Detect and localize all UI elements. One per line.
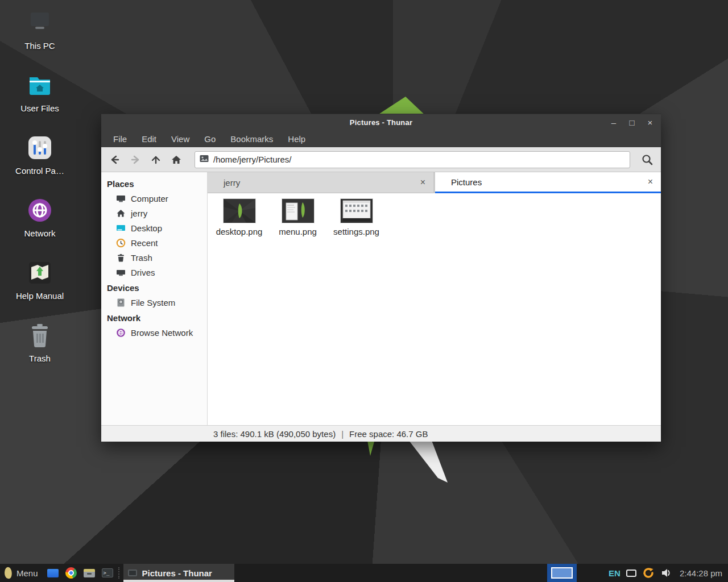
- mint-logo-icon: [4, 567, 13, 579]
- desktop-icon-this-pc[interactable]: This PC: [6, 9, 74, 72]
- sidebar-item-drives[interactable]: Drives: [101, 265, 207, 280]
- window-titlebar[interactable]: Pictures - Thunar – □ ×: [101, 114, 661, 131]
- image-thumbnail: [282, 199, 314, 223]
- chrome-icon: [65, 567, 77, 579]
- desktop-display-icon: [116, 223, 126, 233]
- file-menu-png[interactable]: menu.png: [268, 199, 327, 236]
- tab-label: jerry: [224, 178, 240, 188]
- desktop-icon-help-manual[interactable]: Help Manual: [6, 259, 74, 322]
- desktop-icon-user-files[interactable]: User Files: [6, 72, 74, 134]
- desktop-icon-label: User Files: [20, 103, 59, 113]
- search-icon[interactable]: [638, 151, 656, 169]
- terminal-launcher[interactable]: >_: [98, 564, 117, 582]
- menu-file[interactable]: File: [107, 132, 133, 146]
- sidebar-item-trash[interactable]: Trash: [101, 250, 207, 265]
- maximize-button[interactable]: □: [627, 114, 637, 131]
- sidebar-header-places: Places: [101, 176, 207, 191]
- close-button[interactable]: ×: [645, 114, 655, 131]
- tab-pictures[interactable]: Pictures ×: [435, 172, 661, 193]
- file-grid[interactable]: desktop.png menu.p: [208, 193, 661, 425]
- home-icon: [116, 209, 126, 218]
- thunar-window-icon: [128, 569, 137, 576]
- sidebar-item-home-jerry[interactable]: jerry: [101, 206, 207, 221]
- menu-help[interactable]: Help: [282, 132, 312, 146]
- desktop-icon-network[interactable]: Network: [6, 197, 74, 259]
- desktop-icon-control-panel[interactable]: Control Pa…: [6, 134, 74, 197]
- update-manager-icon[interactable]: [642, 567, 655, 579]
- sidebar-item-file-system[interactable]: File System: [101, 295, 207, 310]
- file-settings-png[interactable]: settings.png: [327, 199, 386, 236]
- menu-view[interactable]: View: [165, 132, 196, 146]
- window-main: Places Computer jerry Desktop: [101, 172, 661, 425]
- globe-icon: [116, 328, 126, 338]
- archive-launcher[interactable]: [80, 564, 98, 582]
- keyboard-layout-indicator[interactable]: EN: [609, 568, 621, 578]
- desktop-icon-label: Network: [24, 228, 55, 238]
- path-bar[interactable]: /home/jerry/Pictures/: [195, 151, 630, 168]
- menu-bookmarks[interactable]: Bookmarks: [224, 132, 279, 146]
- sidebar-item-label: Drives: [131, 268, 155, 277]
- status-free-space: Free space: 46.7 GB: [349, 429, 428, 439]
- forward-button[interactable]: [126, 151, 144, 169]
- sidebar-header-devices: Devices: [101, 280, 207, 295]
- sidebar-item-browse-network[interactable]: Browse Network: [101, 325, 207, 340]
- files-icon: [47, 569, 59, 577]
- clock-icon: [116, 238, 126, 248]
- desktop-icon-label: This PC: [24, 41, 55, 51]
- sidebar: Places Computer jerry Desktop: [101, 172, 208, 425]
- desktop-icon-label: Control Pa…: [15, 166, 64, 176]
- folder-home-icon: [26, 72, 53, 99]
- workspace-switcher[interactable]: [547, 564, 577, 582]
- harddisk-icon: [116, 298, 126, 307]
- taskbar-window-button[interactable]: Pictures - Thunar: [123, 564, 234, 582]
- file-desktop-png[interactable]: desktop.png: [210, 199, 268, 236]
- file-pane: jerry × Pictures ×: [208, 172, 661, 425]
- window-title: Pictures - Thunar: [101, 118, 661, 127]
- workspace-thumbnail: [551, 567, 573, 579]
- start-menu-button[interactable]: Menu: [0, 564, 44, 582]
- taskbar-clock[interactable]: 2:44:28 pm: [677, 568, 725, 578]
- volume-icon[interactable]: [660, 567, 672, 579]
- home-button[interactable]: [167, 151, 185, 169]
- tab-close-icon[interactable]: ×: [420, 177, 425, 188]
- menu-bar: File Edit View Go Bookmarks Help: [101, 131, 661, 147]
- file-name: menu.png: [279, 227, 317, 236]
- menu-edit[interactable]: Edit: [135, 132, 163, 146]
- drive-icon: [116, 268, 126, 277]
- taskbar-separator: [118, 567, 122, 579]
- window-controls: – □ ×: [609, 114, 655, 131]
- image-icon: [200, 155, 209, 165]
- computer-icon: [116, 194, 126, 203]
- path-input[interactable]: /home/jerry/Pictures/: [213, 155, 292, 164]
- sidebar-item-label: jerry: [131, 209, 147, 218]
- file-name: desktop.png: [216, 227, 263, 236]
- back-button[interactable]: [106, 151, 124, 169]
- image-thumbnail: [341, 199, 373, 223]
- taskbar: Menu >_ Pictures - Thunar EN: [0, 564, 728, 582]
- menu-label: Menu: [16, 568, 38, 578]
- terminal-icon: >_: [102, 568, 113, 577]
- minimize-button[interactable]: –: [609, 114, 619, 131]
- computer-icon: [26, 9, 53, 36]
- tab-bar: jerry × Pictures ×: [208, 172, 661, 193]
- sidebar-item-computer[interactable]: Computer: [101, 191, 207, 206]
- tab-close-icon[interactable]: ×: [648, 177, 653, 187]
- menu-go[interactable]: Go: [198, 132, 222, 146]
- sidebar-item-desktop[interactable]: Desktop: [101, 221, 207, 235]
- up-button[interactable]: [147, 151, 165, 169]
- display-tray-icon[interactable]: [626, 569, 636, 577]
- chrome-launcher[interactable]: [62, 564, 80, 582]
- trash-icon: [116, 253, 126, 263]
- desktop-icon-list: This PC User Files: [6, 9, 74, 384]
- file-manager-launcher[interactable]: [44, 564, 62, 582]
- toolbar: /home/jerry/Pictures/: [101, 147, 661, 172]
- sidebar-item-label: Desktop: [131, 223, 162, 233]
- taskbar-window-label: Pictures - Thunar: [142, 568, 212, 578]
- desktop-icon-trash[interactable]: Trash: [6, 322, 74, 384]
- tab-jerry[interactable]: jerry ×: [208, 172, 433, 193]
- tab-label: Pictures: [451, 177, 482, 187]
- sidebar-item-recent[interactable]: Recent: [101, 235, 207, 250]
- image-thumbnail: [224, 199, 255, 223]
- taskbar-left: Menu >_ Pictures - Thunar: [0, 564, 234, 582]
- trash-icon: [26, 322, 53, 349]
